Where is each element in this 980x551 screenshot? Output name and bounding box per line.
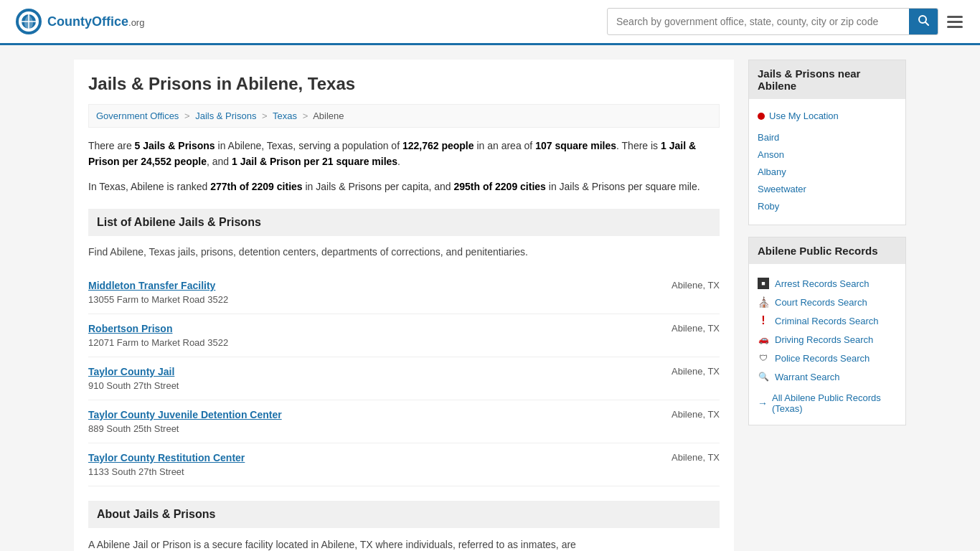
about-header: About Jails & Prisons bbox=[88, 501, 720, 528]
about-text: A Abilene Jail or Prison is a secure fac… bbox=[88, 537, 720, 551]
facility-address-4: 1133 South 27th Street bbox=[88, 466, 245, 477]
header: CountyOffice.org bbox=[0, 0, 980, 45]
logo-area: CountyOffice.org bbox=[14, 7, 144, 36]
facility-info-3: Taylor County Juvenile Detention Center … bbox=[88, 409, 282, 434]
nearby-city-link-4[interactable]: Roby bbox=[758, 201, 779, 212]
rank1-label: 277th of 2209 cities bbox=[210, 181, 302, 192]
records-list: ■ Arrest Records Search ⛪ Court Records … bbox=[758, 271, 897, 389]
warrant-search-link[interactable]: Warrant Search bbox=[775, 372, 840, 382]
nearby-city-0: Baird bbox=[758, 128, 897, 146]
breadcrumb-link-jails[interactable]: Jails & Prisons bbox=[195, 110, 256, 121]
nearby-city-1: Anson bbox=[758, 146, 897, 163]
record-item-criminal: ! Criminal Records Search bbox=[758, 311, 897, 330]
list-header: List of Abilene Jails & Prisons bbox=[88, 209, 720, 236]
rank2-label: 295th of 2209 cities bbox=[453, 181, 545, 192]
nearby-city-4: Roby bbox=[758, 197, 897, 215]
breadcrumb-sep-3: > bbox=[303, 110, 308, 121]
list-desc: Find Abilene, Texas jails, prisons, dete… bbox=[88, 245, 720, 260]
nearby-city-2: Albany bbox=[758, 163, 897, 180]
arrest-icon: ■ bbox=[758, 278, 769, 289]
driving-records-link[interactable]: Driving Records Search bbox=[775, 334, 873, 345]
area-label: 107 square miles bbox=[535, 140, 616, 151]
facility-name-4[interactable]: Taylor County Restitution Center bbox=[88, 452, 245, 463]
search-bar bbox=[607, 8, 938, 35]
nearby-city-link-3[interactable]: Sweetwater bbox=[758, 184, 806, 194]
facility-name-1[interactable]: Robertson Prison bbox=[88, 323, 228, 334]
facility-address-2: 910 South 27th Street bbox=[88, 380, 179, 391]
all-records-arrow-icon: → bbox=[758, 397, 768, 409]
sidebar-records-content: ■ Arrest Records Search ⛪ Court Records … bbox=[749, 264, 905, 425]
breadcrumb-sep-2: > bbox=[262, 110, 268, 121]
search-input[interactable] bbox=[608, 10, 909, 33]
all-records-label: All Abilene Public Records (Texas) bbox=[772, 392, 897, 414]
breadcrumb-link-gov[interactable]: Government Offices bbox=[96, 110, 179, 121]
content: Jails & Prisons in Abilene, Texas Govern… bbox=[74, 60, 734, 551]
facility-city-3: Abilene, TX bbox=[672, 409, 720, 420]
facility-address-3: 889 South 25th Street bbox=[88, 423, 282, 434]
breadcrumb-link-texas[interactable]: Texas bbox=[273, 110, 297, 121]
use-my-location-label: Use My Location bbox=[769, 110, 839, 121]
driving-icon: 🚗 bbox=[758, 334, 769, 345]
logo-text: CountyOffice.org bbox=[47, 14, 144, 29]
facility-item-3: Taylor County Juvenile Detention Center … bbox=[88, 400, 720, 443]
warrant-icon: 🔍 bbox=[758, 371, 769, 382]
facility-name-3[interactable]: Taylor County Juvenile Detention Center bbox=[88, 409, 282, 420]
facility-info-2: Taylor County Jail 910 South 27th Street bbox=[88, 366, 179, 391]
svg-line-6 bbox=[925, 22, 928, 25]
record-item-warrant: 🔍 Warrant Search bbox=[758, 367, 897, 386]
facility-city-4: Abilene, TX bbox=[672, 452, 720, 463]
sidebar-near-box: Jails & Prisons near Abilene Use My Loca… bbox=[748, 60, 906, 225]
arrest-records-link[interactable]: Arrest Records Search bbox=[775, 278, 870, 289]
breadcrumb: Government Offices > Jails & Prisons > T… bbox=[88, 104, 720, 128]
summary-text: There are 5 Jails & Prisons in Abilene, … bbox=[88, 138, 720, 170]
about-section: About Jails & Prisons A Abilene Jail or … bbox=[88, 501, 720, 551]
ranking-text: In Texas, Abilene is ranked 277th of 220… bbox=[88, 179, 720, 194]
count-label: 5 Jails & Prisons bbox=[135, 140, 215, 151]
facility-info-0: Middleton Transfer Facility 13055 Farm t… bbox=[88, 280, 228, 305]
per-sqmile-label: 1 Jail & Prison per 21 square miles bbox=[232, 156, 397, 167]
use-my-location-btn[interactable]: Use My Location bbox=[758, 106, 897, 126]
nearby-city-link-1[interactable]: Anson bbox=[758, 149, 784, 160]
facility-address-0: 13055 Farm to Market Road 3522 bbox=[88, 294, 228, 305]
facility-info-4: Taylor County Restitution Center 1133 So… bbox=[88, 452, 245, 477]
nearby-city-link-2[interactable]: Albany bbox=[758, 166, 786, 177]
facility-list: Middleton Transfer Facility 13055 Farm t… bbox=[88, 271, 720, 486]
nearby-city-3: Sweetwater bbox=[758, 180, 897, 197]
record-item-driving: 🚗 Driving Records Search bbox=[758, 330, 897, 349]
facility-item-2: Taylor County Jail 910 South 27th Street… bbox=[88, 357, 720, 400]
population-label: 122,762 people bbox=[402, 140, 474, 151]
main-container: Jails & Prisons in Abilene, Texas Govern… bbox=[60, 45, 920, 551]
facility-city-2: Abilene, TX bbox=[672, 366, 720, 377]
facility-name-2[interactable]: Taylor County Jail bbox=[88, 366, 179, 377]
court-icon: ⛪ bbox=[758, 296, 769, 308]
page-title: Jails & Prisons in Abilene, Texas bbox=[88, 74, 720, 94]
search-button[interactable] bbox=[909, 9, 938, 34]
criminal-records-link[interactable]: Criminal Records Search bbox=[775, 316, 879, 326]
facility-item-1: Robertson Prison 12071 Farm to Market Ro… bbox=[88, 314, 720, 357]
facility-city-0: Abilene, TX bbox=[672, 280, 720, 291]
facility-item-4: Taylor County Restitution Center 1133 So… bbox=[88, 443, 720, 486]
sidebar-records-box: Abilene Public Records ■ Arrest Records … bbox=[748, 237, 906, 425]
sidebar: Jails & Prisons near Abilene Use My Loca… bbox=[748, 60, 906, 551]
all-records-link[interactable]: → All Abilene Public Records (Texas) bbox=[758, 389, 897, 418]
search-icon bbox=[918, 14, 929, 26]
facility-name-0[interactable]: Middleton Transfer Facility bbox=[88, 280, 228, 291]
criminal-icon: ! bbox=[758, 315, 769, 326]
police-records-link[interactable]: Police Records Search bbox=[775, 353, 870, 364]
record-item-police: 🛡 Police Records Search bbox=[758, 349, 897, 367]
breadcrumb-sep-1: > bbox=[184, 110, 190, 121]
location-dot-icon bbox=[758, 113, 765, 120]
facility-address-1: 12071 Farm to Market Road 3522 bbox=[88, 337, 228, 348]
sidebar-records-header: Abilene Public Records bbox=[749, 237, 905, 264]
record-item-arrest: ■ Arrest Records Search bbox=[758, 274, 897, 293]
facility-item-0: Middleton Transfer Facility 13055 Farm t… bbox=[88, 271, 720, 314]
breadcrumb-current: Abilene bbox=[313, 110, 344, 121]
menu-button[interactable] bbox=[944, 13, 966, 31]
search-area bbox=[607, 8, 966, 35]
facility-city-1: Abilene, TX bbox=[672, 323, 720, 334]
police-icon: 🛡 bbox=[758, 352, 769, 364]
nearby-city-link-0[interactable]: Baird bbox=[758, 132, 779, 143]
court-records-link[interactable]: Court Records Search bbox=[775, 297, 867, 308]
facility-info-1: Robertson Prison 12071 Farm to Market Ro… bbox=[88, 323, 228, 348]
logo-icon bbox=[14, 7, 43, 36]
